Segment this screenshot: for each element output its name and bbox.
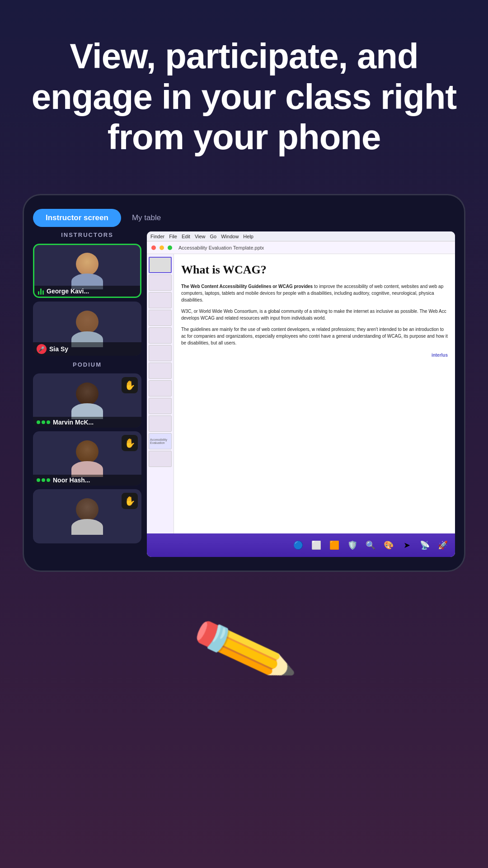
dot-1 xyxy=(37,478,40,482)
avatar-head-noor xyxy=(76,440,99,463)
dot-3 xyxy=(47,420,50,424)
participant-card-marvin: ✋ Marvin McK... xyxy=(33,373,141,428)
participant-card-pod3: ✋ xyxy=(33,489,141,543)
finder-menu-view: View xyxy=(195,234,206,239)
dot-2 xyxy=(42,420,45,424)
dock-icon-shield: 🛡️ xyxy=(345,538,360,553)
finder-content: Accessibility Evaluation What is WCAG? T… xyxy=(147,254,455,533)
left-panel: INSTRUCTORS xyxy=(33,231,141,557)
hero-title: View, participate, and engage in your cl… xyxy=(27,36,461,158)
dot-3 xyxy=(47,478,50,482)
avatar-head-george xyxy=(76,253,99,275)
slide-thumb-3 xyxy=(149,292,172,308)
slide-thumb-1 xyxy=(149,257,172,273)
avatar-george xyxy=(71,253,103,289)
audio-bar-3 xyxy=(42,290,44,295)
screen-preview: Finder File Edit View Go Window Help Acc… xyxy=(147,231,455,557)
slide-thumb-9 xyxy=(149,398,172,414)
tab-my-table[interactable]: My table xyxy=(125,209,168,227)
tab-bar: Instructor screen My table xyxy=(33,209,455,227)
pencil-section: ✏️ xyxy=(0,572,488,720)
dock-icon-finder: 🔵 xyxy=(291,538,306,553)
avatar-marvin xyxy=(71,382,103,419)
hero-section: View, participate, and engage in your cl… xyxy=(0,0,488,185)
main-slide: What is WCAG? The Web Content Accessibil… xyxy=(174,254,455,533)
participant-card-sia: 🎤 Sia Sy xyxy=(33,302,141,356)
marvin-name-bar: Marvin McK... xyxy=(33,417,141,428)
dock-icon-palette: 🎨 xyxy=(381,538,396,553)
audio-bars-george xyxy=(38,288,44,295)
slide-para2: W3C, or World Wide Web Consortium, is a … xyxy=(181,308,448,321)
dock-icon-rocket: 🚀 xyxy=(435,538,450,553)
traffic-light-close xyxy=(151,245,156,250)
dot-status-noor xyxy=(37,478,50,482)
sia-name-bar: 🎤 Sia Sy xyxy=(33,342,141,356)
slide-para1: The Web Content Accessibility Guidelines… xyxy=(181,283,448,303)
hand-badge-pod3: ✋ xyxy=(122,493,138,509)
avatar-noor xyxy=(71,440,103,477)
traffic-light-min xyxy=(160,245,164,250)
slide-thumb-5 xyxy=(149,327,172,344)
device-inner: INSTRUCTORS xyxy=(33,231,455,557)
slide-thumb-12 xyxy=(149,451,172,467)
instructors-label: INSTRUCTORS xyxy=(33,231,141,238)
tab-instructor-screen[interactable]: Instructor screen xyxy=(33,209,121,227)
dot-1 xyxy=(37,420,40,424)
slide-thumb-7 xyxy=(149,363,172,379)
slide-thumbnail-panel: Accessibility Evaluation xyxy=(147,254,174,533)
avatar-head-marvin xyxy=(76,382,99,405)
finder-menu-help: Help xyxy=(243,234,253,239)
avatar-head-sia xyxy=(76,311,99,333)
slide-thumb-8 xyxy=(149,380,172,396)
participant-card-noor: ✋ Noor Hash... xyxy=(33,431,141,486)
george-name: George Kavi... xyxy=(47,288,89,295)
finder-menu-finder: Finder xyxy=(150,234,164,239)
avatar-head-pod3 xyxy=(76,498,99,521)
finder-menu-window: Window xyxy=(221,234,239,239)
noor-name-bar: Noor Hash... xyxy=(33,475,141,486)
avatar-pod3 xyxy=(71,498,103,535)
slide-title: What is WCAG? xyxy=(181,263,448,277)
slide-thumb-2 xyxy=(149,274,172,291)
dot-status-marvin xyxy=(37,420,50,424)
finder-menubar: Finder File Edit View Go Window Help xyxy=(147,231,455,241)
file-bar: Accessability Evaluation Template.pptx xyxy=(147,241,455,254)
dot-2 xyxy=(42,478,45,482)
traffic-light-max xyxy=(168,245,172,250)
slide-thumb-10 xyxy=(149,415,172,432)
mockup-section: Instructor screen My table INSTRUCTORS xyxy=(0,185,488,572)
right-panel: Finder File Edit View Go Window Help Acc… xyxy=(147,231,455,557)
podium-label: PODIUM xyxy=(33,361,141,368)
participant-card-george: George Kavi... xyxy=(33,244,141,298)
finder-menu-file: File xyxy=(169,234,177,239)
slide-thumb-6 xyxy=(149,345,172,361)
pencil-icon: ✏️ xyxy=(187,595,301,706)
dock-icon-apps: 🟧 xyxy=(327,538,342,553)
dock-icon-search: 🔍 xyxy=(363,538,378,553)
interlus-brand: interlus xyxy=(181,351,448,358)
audio-bar-1 xyxy=(38,291,39,295)
slide-thumb-4 xyxy=(149,310,172,326)
dock-icon-arrow: ➤ xyxy=(399,538,414,553)
hand-badge-noor: ✋ xyxy=(122,435,138,451)
george-name-bar: George Kavi... xyxy=(34,286,140,297)
slide-para3: The guidelines are mainly for the use of… xyxy=(181,326,448,346)
dock-icon-signal: 📡 xyxy=(417,538,432,553)
avatar-sia xyxy=(71,311,103,347)
macos-dock: 🔵 ⬜ 🟧 🛡️ 🔍 🎨 ➤ 📡 🚀 xyxy=(147,533,455,557)
sia-name: Sia Sy xyxy=(49,345,68,353)
file-name: Accessability Evaluation Template.pptx xyxy=(178,245,264,250)
finder-menu-edit: Edit xyxy=(182,234,190,239)
mic-off-icon-sia: 🎤 xyxy=(37,344,47,354)
finder-menu-go: Go xyxy=(210,234,217,239)
audio-bar-2 xyxy=(40,288,42,295)
device-frame: Instructor screen My table INSTRUCTORS xyxy=(23,194,465,572)
marvin-name: Marvin McK... xyxy=(53,419,94,426)
dock-icon-launchpad: ⬜ xyxy=(309,538,324,553)
hand-badge-marvin: ✋ xyxy=(122,377,138,393)
avatar-body-pod3 xyxy=(71,519,103,535)
slide-thumb-11: Accessibility Evaluation xyxy=(149,433,172,449)
noor-name: Noor Hash... xyxy=(53,476,90,484)
